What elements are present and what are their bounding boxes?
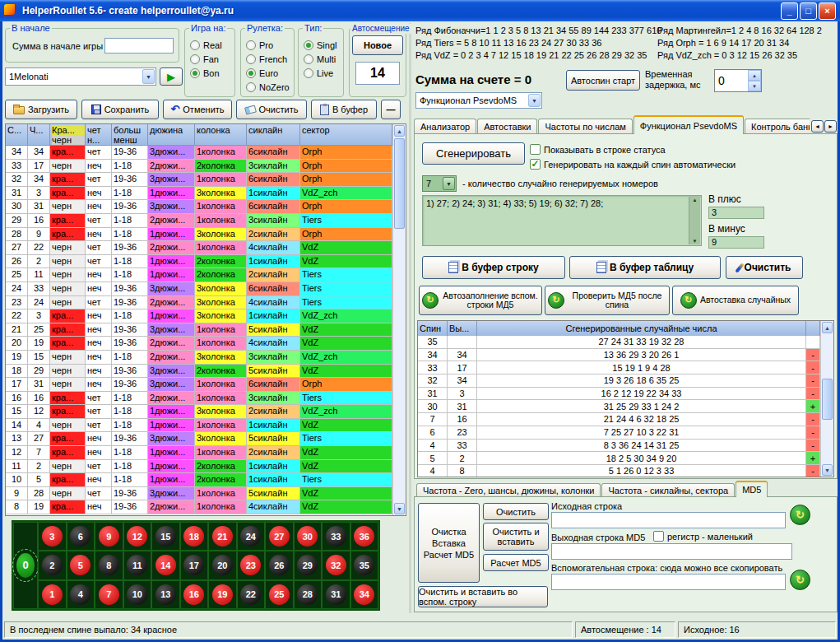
- board-cell-22[interactable]: 22: [237, 580, 266, 609]
- board-cell-24[interactable]: 24: [237, 522, 266, 551]
- board-cell-30[interactable]: 30: [294, 522, 323, 551]
- generated-row[interactable]: 4338 3 36 24 14 31 25-: [418, 440, 820, 453]
- header-numbers[interactable]: Сгенерированные случайные числа: [477, 321, 806, 336]
- history-row[interactable]: 262чернчет1-181дюжи...2колонка1сиклайнVd…: [6, 255, 392, 269]
- radio-option-real[interactable]: Real: [190, 38, 234, 52]
- minimize-button[interactable]: _: [781, 2, 798, 20]
- md5-lowercase-option[interactable]: регистр - маленький: [653, 531, 753, 542]
- history-header-cell[interactable]: колонка: [195, 124, 247, 146]
- copy-row-button[interactable]: В буфер строку: [422, 256, 565, 279]
- load-button[interactable]: Загрузить: [5, 100, 77, 119]
- board-cell-23[interactable]: 23: [237, 551, 266, 579]
- generated-row[interactable]: 485 1 26 0 12 3 33-: [418, 465, 820, 477]
- header-spin[interactable]: Спин: [418, 321, 448, 336]
- md5-source-input[interactable]: [551, 512, 786, 528]
- radio-option-fan[interactable]: Fan: [190, 52, 234, 66]
- history-row[interactable]: 928чернчет19-363дюжи...1колонка5сиклайнV…: [6, 487, 392, 501]
- history-row[interactable]: 2125кра...неч19-363дюжи...1колонка5сикла…: [6, 323, 392, 337]
- history-row[interactable]: 3317черннеч1-182дюжи...2колонка3сиклайнO…: [6, 160, 392, 174]
- play-button[interactable]: ▶: [160, 67, 183, 86]
- generate-button[interactable]: Сгенерировать: [422, 142, 525, 165]
- radio-option-singl[interactable]: Singl: [304, 38, 343, 52]
- scroll-down-icon[interactable]: ▼: [693, 239, 698, 244]
- check-md5-button[interactable]: ↻ Проверить МД5 после спина: [545, 286, 670, 315]
- history-row[interactable]: 1616кра...чет1-182дюжи...1колонка3сиклай…: [6, 392, 392, 406]
- generated-scrollbar[interactable]: ▲ ▼: [820, 321, 833, 477]
- history-row[interactable]: 2433черннеч19-363дюжи...3колонка6сиклайн…: [6, 282, 392, 296]
- generated-row[interactable]: 71621 24 4 6 32 18 25-: [418, 413, 820, 426]
- history-row[interactable]: 1512кра...чет1-181дюжи...3колонка2сиклай…: [6, 405, 392, 419]
- board-cell-19[interactable]: 19: [208, 580, 237, 609]
- tab-scroll-right-icon[interactable]: ►: [824, 120, 837, 133]
- history-header-cell[interactable]: четн...: [86, 124, 112, 146]
- generated-numbers-text[interactable]: 1) 27; 2) 24; 3) 31; 4) 33; 5) 19; 6) 32…: [422, 195, 702, 246]
- board-cell-8[interactable]: 8: [95, 551, 123, 579]
- dropdown-arrow-icon[interactable]: ▼: [443, 177, 455, 190]
- board-cell-26[interactable]: 26: [265, 551, 294, 579]
- radio-option-euro[interactable]: Euro: [246, 66, 294, 80]
- history-row[interactable]: 223кра...неч1-181дюжи...3колонка1сиклайн…: [6, 309, 392, 323]
- copy-table-button[interactable]: В буфер таблицу: [569, 256, 721, 279]
- scroll-up-icon[interactable]: ▲: [693, 198, 698, 202]
- md5-calc-button[interactable]: Расчет MD5: [483, 554, 549, 571]
- board-cell-9[interactable]: 9: [95, 522, 123, 551]
- clear-button[interactable]: Очистить: [236, 100, 307, 119]
- generated-row[interactable]: 343413 36 29 3 20 26 1-: [418, 349, 820, 362]
- checkbox-icon[interactable]: [530, 144, 541, 155]
- history-header-cell[interactable]: дюжина: [148, 124, 195, 146]
- scroll-up-icon[interactable]: ▲: [822, 322, 833, 333]
- board-cell-32[interactable]: 32: [322, 551, 350, 579]
- tab-scroll-left-icon[interactable]: ◄: [811, 120, 824, 133]
- board-cell-27[interactable]: 27: [265, 522, 294, 551]
- tab-анализатор[interactable]: Анализатор: [414, 119, 476, 134]
- history-row[interactable]: 127кра...неч1-181дюжи...1колонка2сиклайн…: [6, 446, 392, 460]
- board-cell-10[interactable]: 10: [123, 580, 152, 609]
- history-row[interactable]: 3234кра...чет19-363дюжи...1колонка6сикла…: [6, 173, 392, 187]
- board-cell-36[interactable]: 36: [350, 522, 379, 551]
- autospin-start-button[interactable]: Автоспин старт: [566, 70, 640, 91]
- history-row[interactable]: 144чернчет1-181дюжи...1колонка1сиклайнVd…: [6, 419, 392, 433]
- show-status-option[interactable]: Показывать в строке статуса: [530, 144, 666, 155]
- board-cell-6[interactable]: 6: [67, 522, 95, 551]
- scroll-down-icon[interactable]: ▼: [394, 503, 405, 514]
- board-cell-28[interactable]: 28: [294, 580, 323, 609]
- generated-row[interactable]: 5218 2 5 30 34 9 20+: [418, 452, 820, 465]
- generated-row[interactable]: 303131 25 29 33 1 24 2+: [418, 400, 820, 413]
- md5-output-input[interactable]: [551, 543, 792, 560]
- buffer-button[interactable]: В буфер: [311, 100, 377, 119]
- mode-select[interactable]: Функционал PsevdoMS ▼: [415, 92, 542, 109]
- md5-clear-paste-aux-button[interactable]: Очистить и вставить во вспом. строку: [418, 586, 548, 607]
- tab-автоставки[interactable]: Автоставки: [477, 119, 537, 134]
- history-row[interactable]: 1915черннеч1-182дюжи...3колонка3сиклайнV…: [6, 351, 392, 365]
- history-row[interactable]: 1731черннеч19-363дюжи...1колонка6сиклайн…: [6, 378, 392, 392]
- history-row[interactable]: 1829черннеч19-363дюжи...2колонка5сиклайн…: [6, 365, 392, 379]
- history-row[interactable]: 2324чернчет19-362дюжи...3колонка4сиклайн…: [6, 296, 392, 310]
- board-cell-21[interactable]: 21: [208, 522, 237, 551]
- minus-button[interactable]: —: [381, 100, 401, 119]
- delay-spinner[interactable]: 0 ▲ ▼: [714, 69, 762, 92]
- board-cell-18[interactable]: 18: [180, 522, 209, 551]
- board-cell-29[interactable]: 29: [294, 551, 323, 579]
- history-row[interactable]: 819кра...неч19-362дюжи...1колонка4сиклай…: [6, 500, 392, 514]
- header-result[interactable]: Вы...: [448, 321, 477, 336]
- history-scrollbar[interactable]: ▲ ▼: [392, 124, 406, 515]
- board-cell-15[interactable]: 15: [151, 522, 180, 551]
- tab-контроль-банкролла[interactable]: Контроль банкролла: [745, 119, 810, 134]
- generated-row[interactable]: 6237 25 27 10 3 22 31-: [418, 426, 820, 440]
- profile-select[interactable]: 1Melonati ▼: [5, 67, 156, 86]
- board-cell-2[interactable]: 2: [38, 551, 67, 579]
- radio-option-multi[interactable]: Multi: [304, 52, 343, 66]
- board-cell-5[interactable]: 5: [67, 551, 95, 579]
- spin-down-icon[interactable]: ▼: [748, 81, 761, 91]
- history-row[interactable]: 2019кра...неч19-362дюжи...1колонка4сикла…: [6, 337, 392, 351]
- history-row[interactable]: 3031черннеч19-363дюжи...1колонка6сиклайн…: [6, 200, 392, 214]
- tab-md5[interactable]: MD5: [736, 481, 768, 497]
- history-header-cell[interactable]: Ч...: [28, 124, 50, 146]
- checkbox-icon[interactable]: [653, 531, 664, 542]
- scroll-down-icon[interactable]: ▼: [822, 464, 833, 476]
- maximize-button[interactable]: □: [800, 2, 817, 20]
- generated-row[interactable]: 323419 3 26 18 6 35 25-: [418, 374, 820, 388]
- scroll-up-icon[interactable]: ▲: [394, 125, 405, 137]
- tab-частота---zero-шансы-дюжины-колонки[interactable]: Частота - Zero, шансы, дюжины, колонки: [416, 483, 601, 497]
- undo-button[interactable]: ↶Отменить: [163, 100, 232, 119]
